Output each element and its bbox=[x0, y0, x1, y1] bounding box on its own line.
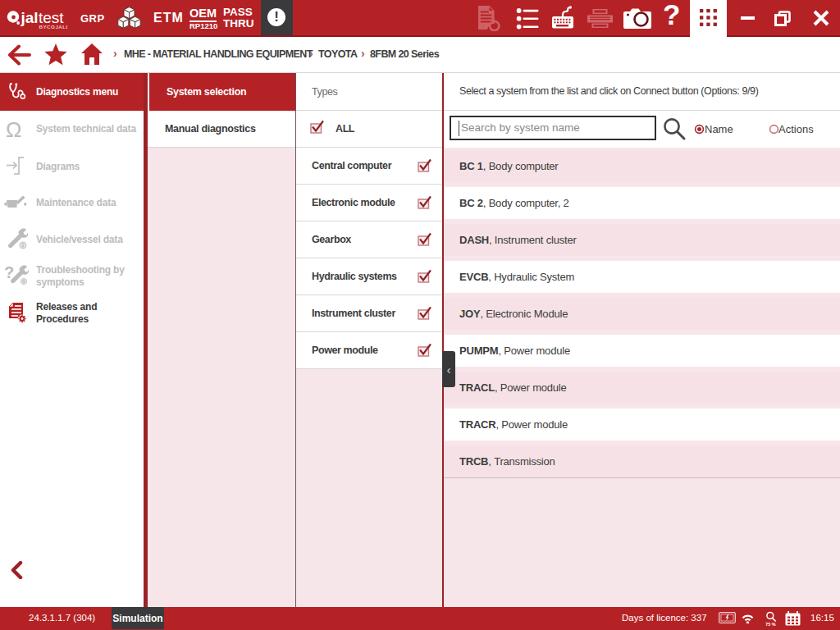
svg-text:jal: jal bbox=[21, 9, 39, 26]
svg-text:BYCOJALI: BYCOJALI bbox=[39, 24, 68, 30]
svg-text:75 %: 75 % bbox=[765, 622, 775, 627]
